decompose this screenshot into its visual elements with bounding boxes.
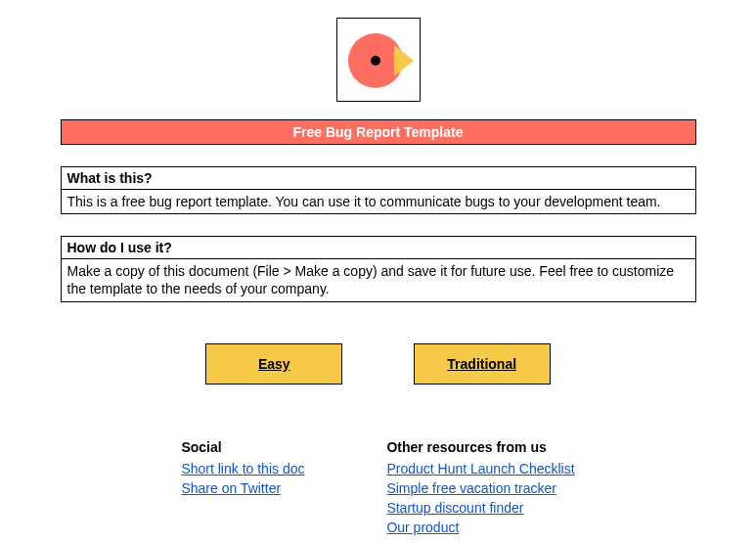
footer: Social Short link to this doc Share on T… (61, 439, 696, 539)
link-short-link[interactable]: Short link to this doc (181, 461, 347, 476)
section-body: This is a free bug report template. You … (61, 190, 696, 214)
section-heading: How do I use it? (61, 236, 696, 259)
section-body: Make a copy of this document (File > Mak… (61, 259, 696, 301)
link-vacation-tracker[interactable]: Simple free vacation tracker (386, 480, 574, 496)
footer-heading-social: Social (181, 439, 347, 455)
document-page: Free Bug Report Template What is this? T… (0, 0, 756, 539)
page-title: Free Bug Report Template (61, 119, 696, 145)
footer-resources: Other resources from us Product Hunt Lau… (386, 439, 574, 539)
link-share-twitter[interactable]: Share on Twitter (181, 480, 347, 496)
traditional-button[interactable]: Traditional (414, 343, 551, 385)
footer-heading-resources: Other resources from us (386, 439, 574, 455)
buttons-row: Easy Traditional (61, 343, 696, 385)
easy-button[interactable]: Easy (205, 343, 342, 385)
main-content: Free Bug Report Template What is this? T… (61, 119, 696, 539)
section-how-do-i-use-it: How do I use it? Make a copy of this doc… (61, 236, 696, 301)
logo-icon (336, 18, 421, 102)
link-product-hunt-checklist[interactable]: Product Hunt Launch Checklist (386, 461, 574, 476)
section-heading: What is this? (61, 166, 696, 190)
footer-social: Social Short link to this doc Share on T… (181, 439, 347, 539)
section-what-is-this: What is this? This is a free bug report … (61, 166, 696, 214)
link-our-product[interactable]: Our product (386, 520, 574, 535)
logo-container (0, 0, 756, 106)
link-startup-discount-finder[interactable]: Startup discount finder (386, 500, 574, 516)
